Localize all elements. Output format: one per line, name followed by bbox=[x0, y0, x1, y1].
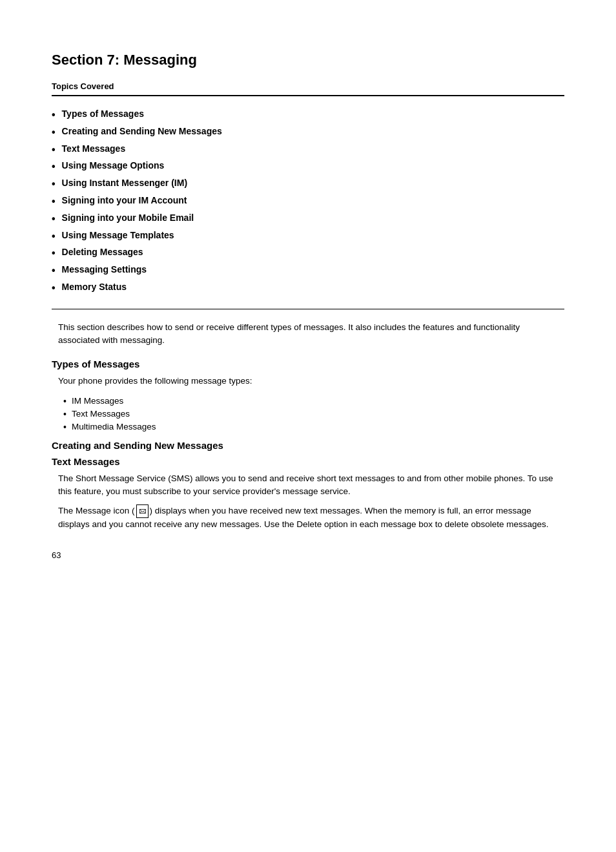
text-messages-para2: The Message icon (🖂) displays when you h… bbox=[58, 504, 564, 531]
topic-list-item: Text Messages bbox=[52, 141, 564, 159]
message-icon: 🖂 bbox=[136, 504, 149, 518]
topic-list-item: Messaging Settings bbox=[52, 262, 564, 280]
text-messages-para1: The Short Message Service (SMS) allows y… bbox=[58, 472, 564, 499]
section-title: Section 7: Messaging bbox=[52, 52, 564, 68]
types-of-messages-body: Your phone provides the following messag… bbox=[58, 375, 564, 388]
types-of-messages-heading: Types of Messages bbox=[52, 358, 564, 369]
topics-divider bbox=[52, 95, 564, 96]
topic-list-item: Memory Status bbox=[52, 280, 564, 297]
intro-text: This section describes how to send or re… bbox=[58, 321, 558, 348]
topics-label: Topics Covered bbox=[52, 81, 564, 91]
message-type-item: IM Messages bbox=[63, 395, 564, 408]
topic-list-item: Creating and Sending New Messages bbox=[52, 124, 564, 141]
para2-prefix: The Message icon ( bbox=[58, 506, 135, 515]
topic-list-item: Signing into your Mobile Email bbox=[52, 211, 564, 228]
page-number: 63 bbox=[52, 550, 564, 560]
page-container: Section 7: Messaging Topics Covered Type… bbox=[52, 52, 564, 560]
intro-divider bbox=[52, 309, 564, 309]
topic-list-item: Types of Messages bbox=[52, 107, 564, 124]
topic-list-item: Signing into your IM Account bbox=[52, 193, 564, 211]
topic-list-item: Using Message Templates bbox=[52, 228, 564, 245]
text-messages-heading: Text Messages bbox=[52, 456, 564, 467]
topics-list: Types of MessagesCreating and Sending Ne… bbox=[52, 107, 564, 297]
topic-list-item: Using Instant Messenger (IM) bbox=[52, 176, 564, 193]
topic-list-item: Using Message Options bbox=[52, 158, 564, 176]
message-type-item: Text Messages bbox=[63, 408, 564, 421]
creating-heading: Creating and Sending New Messages bbox=[52, 440, 564, 451]
message-type-item: Multimedia Messages bbox=[63, 421, 564, 433]
topic-list-item: Deleting Messages bbox=[52, 245, 564, 262]
message-types-list: IM MessagesText MessagesMultimedia Messa… bbox=[63, 395, 564, 433]
